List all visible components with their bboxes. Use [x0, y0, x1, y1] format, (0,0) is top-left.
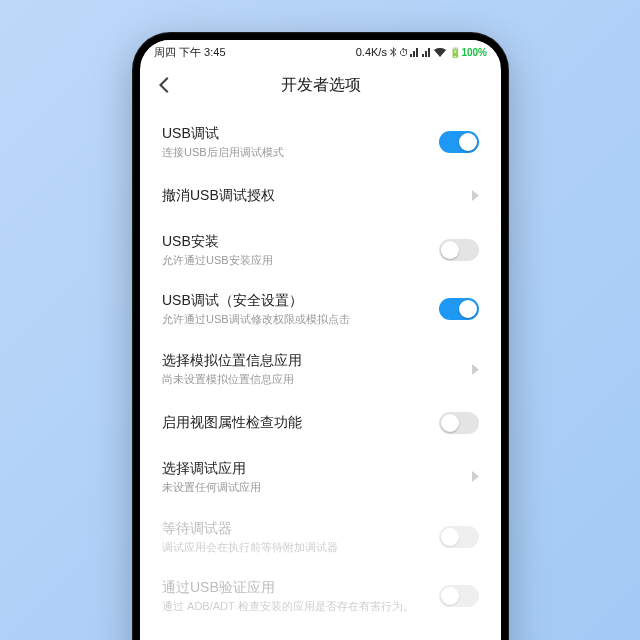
- alarm-icon: ⏱: [399, 47, 409, 58]
- toggle-view-attr[interactable]: [439, 412, 479, 434]
- row-revoke-auth[interactable]: 撤消USB调试授权: [140, 172, 501, 220]
- row-log-buffer[interactable]: 日志记录器缓冲区大小 每个日志缓冲区 256K: [140, 626, 501, 640]
- row-title: 等待调试器: [162, 519, 429, 538]
- chevron-right-icon: [472, 190, 479, 201]
- chevron-left-icon: [159, 77, 169, 93]
- signal-icon: [410, 48, 420, 57]
- row-sub: 调试应用会在执行前等待附加调试器: [162, 540, 429, 555]
- row-view-attr[interactable]: 启用视图属性检查功能: [140, 399, 501, 447]
- screen: 周四 下午 3:45 0.4K/s ⏱ 🔋100% 开发者选项: [140, 40, 501, 640]
- toggle-wait-debugger: [439, 526, 479, 548]
- phone-frame: 周四 下午 3:45 0.4K/s ⏱ 🔋100% 开发者选项: [132, 32, 509, 640]
- page-title: 开发者选项: [281, 75, 361, 96]
- row-usb-install[interactable]: USB安装 允许通过USB安装应用: [140, 220, 501, 280]
- bluetooth-icon: [390, 47, 397, 57]
- status-speed: 0.4K/s: [356, 46, 387, 58]
- row-title: 撤消USB调试授权: [162, 186, 462, 205]
- row-sub: 未设置任何调试应用: [162, 480, 462, 495]
- row-usb-debug[interactable]: USB调试 连接USB后启用调试模式: [140, 112, 501, 172]
- row-sub: 连接USB后启用调试模式: [162, 145, 429, 160]
- toggle-usb-verify: [439, 585, 479, 607]
- row-title: 启用视图属性检查功能: [162, 413, 429, 432]
- row-usb-sec[interactable]: USB调试（安全设置） 允许通过USB调试修改权限或模拟点击: [140, 279, 501, 339]
- status-bar: 周四 下午 3:45 0.4K/s ⏱ 🔋100%: [140, 40, 501, 64]
- header: 开发者选项: [140, 64, 501, 106]
- row-sub: 通过 ADB/ADT 检查安装的应用是否存在有害行为。: [162, 599, 429, 614]
- settings-list: USB调试 连接USB后启用调试模式 撤消USB调试授权 USB安装 允许通过U…: [140, 106, 501, 640]
- back-button[interactable]: [154, 75, 174, 95]
- row-sub: 允许通过USB调试修改权限或模拟点击: [162, 312, 429, 327]
- row-title: 选择调试应用: [162, 459, 462, 478]
- status-right: 0.4K/s ⏱ 🔋100%: [356, 46, 487, 58]
- toggle-usb-install[interactable]: [439, 239, 479, 261]
- status-time: 周四 下午 3:45: [154, 45, 226, 60]
- row-title: 选择模拟位置信息应用: [162, 351, 462, 370]
- row-usb-verify: 通过USB验证应用 通过 ADB/ADT 检查安装的应用是否存在有害行为。: [140, 566, 501, 626]
- row-mock-loc[interactable]: 选择模拟位置信息应用 尚未设置模拟位置信息应用: [140, 339, 501, 399]
- row-debug-app[interactable]: 选择调试应用 未设置任何调试应用: [140, 447, 501, 507]
- row-title: USB安装: [162, 232, 429, 251]
- battery-label: 🔋100%: [449, 47, 487, 58]
- chevron-right-icon: [472, 364, 479, 375]
- chevron-right-icon: [472, 471, 479, 482]
- row-title: 通过USB验证应用: [162, 578, 429, 597]
- row-title: USB调试: [162, 124, 429, 143]
- row-sub: 允许通过USB安装应用: [162, 253, 429, 268]
- status-icons: ⏱: [390, 47, 447, 58]
- signal-icon-2: [422, 48, 432, 57]
- wifi-icon: [434, 48, 446, 57]
- toggle-usb-sec[interactable]: [439, 298, 479, 320]
- row-title: USB调试（安全设置）: [162, 291, 429, 310]
- row-sub: 尚未设置模拟位置信息应用: [162, 372, 462, 387]
- row-wait-debugger: 等待调试器 调试应用会在执行前等待附加调试器: [140, 507, 501, 567]
- toggle-usb-debug[interactable]: [439, 131, 479, 153]
